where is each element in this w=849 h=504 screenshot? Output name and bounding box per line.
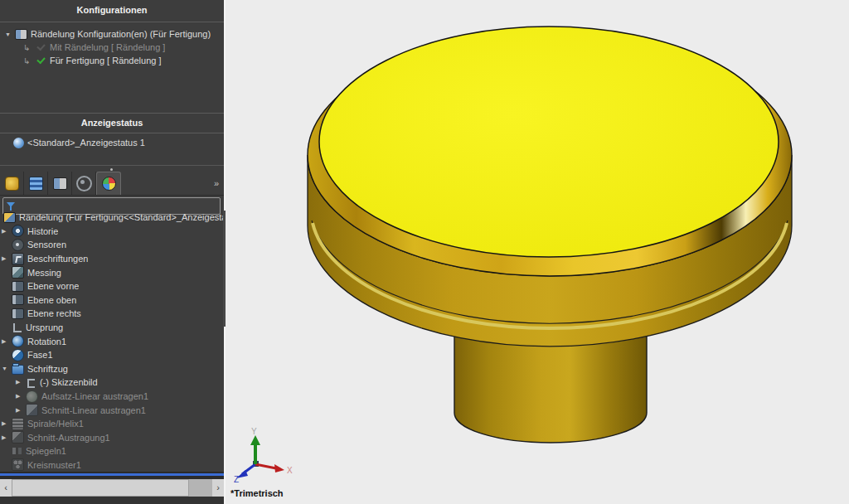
tree-item[interactable]: ▶ Schnitt-Austragung1: [0, 431, 224, 445]
feature-manager-panel: Konfigurationen ▼ Rändelung Konfiguratio…: [0, 0, 224, 504]
scroll-right-button[interactable]: ›: [212, 479, 224, 497]
scroll-left-button[interactable]: ‹: [0, 479, 12, 497]
graphics-viewport[interactable]: Y X Z *Trimetrisch: [226, 0, 849, 504]
tree-item[interactable]: ▶ Historie: [0, 225, 224, 239]
tab-dimxpert[interactable]: [72, 172, 96, 195]
tree-item[interactable]: ▶ (-) Skizzenbild: [0, 376, 224, 390]
beschriftungen-icon: [12, 253, 24, 265]
tree-item[interactable]: ▶ Aufsatz-Linear austragen1: [0, 390, 224, 404]
rotation-icon: [12, 335, 24, 347]
view-orientation-label: *Trimetrisch: [230, 488, 284, 498]
tab-properties[interactable]: [24, 172, 48, 195]
expand-arrow[interactable]: ↳: [22, 43, 36, 52]
app-window: Konfigurationen ▼ Rändelung Konfiguratio…: [0, 0, 849, 504]
sketch-icon: [26, 377, 36, 388]
display-state-item[interactable]: <Standard>_Anzeigestatus 1: [0, 136, 224, 149]
manager-tab-bar: »: [0, 172, 224, 196]
aufsatz-icon: [26, 390, 38, 403]
orientation-triad: Y X Z: [234, 427, 293, 484]
expand-arrow[interactable]: ▶: [2, 420, 12, 427]
tab-configurations[interactable]: [48, 172, 72, 195]
knob-model[interactable]: Y X Z: [226, 0, 849, 504]
messing-icon: [12, 266, 24, 279]
tab-features[interactable]: [0, 172, 24, 195]
tree-item[interactable]: ▶ Beschriftungen: [0, 252, 224, 266]
tree-item[interactable]: ▼ Schriftzug: [0, 362, 224, 376]
tree-item[interactable]: Rändelung (Für Fertigung<<Standard>_Anze…: [0, 211, 224, 225]
tree-item[interactable]: Fase1: [0, 348, 224, 362]
ebene-icon: [12, 308, 24, 319]
tree-item[interactable]: Ebene vorne: [0, 279, 224, 293]
expand-arrow[interactable]: ▶: [2, 434, 12, 441]
tab-display[interactable]: [96, 172, 121, 195]
fase-icon: [12, 349, 24, 361]
scroll-thumb[interactable]: [12, 479, 189, 497]
feature-tree: Rändelung (Für Fertigung<<Standard>_Anze…: [0, 211, 224, 472]
spirale-icon: [12, 418, 24, 430]
schnitt-lin-icon: [26, 404, 38, 416]
display-state-label: <Standard>_Anzeigestatus 1: [27, 138, 145, 148]
rollback-bar[interactable]: [0, 473, 224, 476]
scroll-track[interactable]: [189, 479, 212, 497]
dimxpert-tab-icon: [76, 176, 92, 191]
triad-x-label: X: [287, 466, 293, 475]
expand-arrow[interactable]: ▶: [16, 393, 26, 400]
properties-tab-icon: [29, 177, 43, 191]
spiegeln-icon: [12, 446, 22, 457]
configurations-tab-icon: [53, 177, 67, 190]
triad-y-label: Y: [251, 427, 257, 436]
display-tab-icon: [102, 177, 116, 191]
schnitt-aus-icon: [12, 431, 24, 443]
tree-item[interactable]: Messing: [0, 265, 224, 279]
ebene-icon: [12, 294, 24, 305]
tree-item[interactable]: Ursprung: [0, 321, 224, 335]
expand-arrow[interactable]: ▶: [16, 407, 26, 414]
tree-item[interactable]: Sensoren: [0, 238, 224, 252]
configuration-tree: ▼ Rändelung Konfiguration(en) (Für Ferti…: [0, 27, 224, 67]
check-green-icon: [36, 56, 46, 66]
config-doc-icon: [15, 29, 27, 40]
tree-item[interactable]: Ebene oben: [0, 293, 224, 308]
expand-arrow[interactable]: ▶: [2, 338, 12, 345]
expand-arrow[interactable]: ▶: [2, 255, 12, 262]
configurations-header: Konfigurationen: [0, 0, 224, 22]
expand-arrow[interactable]: ▼: [2, 366, 12, 371]
tree-item[interactable]: Spiegeln1: [0, 444, 224, 458]
historie-icon: [12, 225, 24, 237]
tabs-overflow-chevron[interactable]: »: [214, 178, 224, 188]
expand-arrow[interactable]: ↳: [22, 56, 36, 65]
sensoren-icon: [12, 239, 24, 251]
splitter-dot: [110, 168, 113, 171]
filter-funnel-icon: [6, 201, 16, 211]
expand-arrow[interactable]: ▼: [5, 32, 15, 37]
expand-arrow[interactable]: ▶: [2, 228, 12, 235]
configuration-item[interactable]: ↳ Für Fertigung [ Rändelung ]: [0, 54, 224, 67]
expand-arrow[interactable]: ▶: [16, 379, 26, 385]
display-state-icon: [13, 138, 24, 148]
folder-icon: [12, 365, 24, 375]
tree-item[interactable]: ▶ Schnitt-Linear austragen1: [0, 403, 224, 417]
tree-item[interactable]: Kreismuster1: [0, 458, 224, 472]
tree-item[interactable]: Ebene rechts: [0, 307, 224, 321]
tree-item[interactable]: ▶ Spirale/Helix1: [0, 417, 224, 431]
configuration-item[interactable]: ▼ Rändelung Konfiguration(en) (Für Ferti…: [0, 27, 224, 41]
check-gray-icon: [36, 42, 46, 53]
triad-z-label: Z: [234, 475, 239, 484]
ebene-icon: [12, 281, 24, 292]
tree-item[interactable]: ▶ Rotation1: [0, 334, 224, 348]
horizontal-scrollbar[interactable]: ‹ ›: [0, 479, 224, 497]
part-icon: [3, 212, 16, 223]
ursprung-icon: [12, 322, 22, 333]
configuration-item[interactable]: ↳ Mit Rändelung [ Rändelung ]: [0, 41, 224, 54]
display-states-header: Anzeigestatus: [0, 113, 224, 132]
features-tab-icon: [5, 177, 19, 191]
kreismuster-icon: [12, 458, 24, 471]
